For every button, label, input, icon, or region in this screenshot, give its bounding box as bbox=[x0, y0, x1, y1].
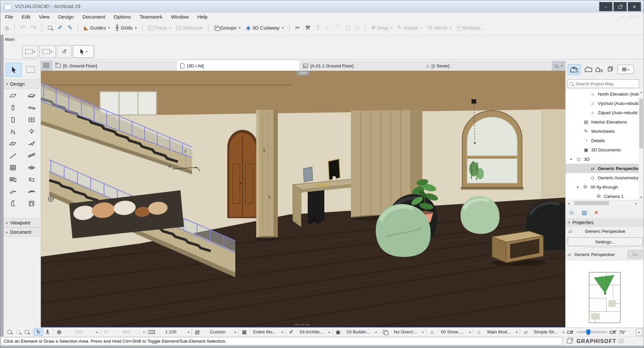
close-button[interactable]: ✕ bbox=[628, 2, 641, 11]
menu-window[interactable]: Window bbox=[171, 14, 188, 20]
beanbag-green-center[interactable] bbox=[376, 204, 431, 257]
inject-parameters-button[interactable]: ✎ bbox=[66, 24, 74, 32]
scroll-left-icon[interactable]: ◂ bbox=[566, 201, 571, 206]
tree-item-generic-axonometry[interactable]: ◇ Generic Axonometry bbox=[566, 173, 644, 182]
windows-stack-icon[interactable] bbox=[567, 339, 572, 343]
menu-edit[interactable]: Edit bbox=[22, 14, 30, 20]
graphic-override-selector[interactable]: No Overri...▸ bbox=[389, 329, 425, 334]
minimize-button[interactable]: – bbox=[599, 2, 612, 11]
3d-viewport[interactable]: z x bbox=[41, 71, 565, 327]
tree-item-camera-1[interactable]: ✇ Camera 1 bbox=[566, 192, 644, 200]
multiply-button[interactable]: Multiply... bbox=[456, 24, 485, 32]
orientation-button[interactable]: ↻ bbox=[102, 329, 110, 335]
settings-button[interactable]: Settings... bbox=[568, 237, 643, 246]
door[interactable] bbox=[227, 130, 258, 218]
beam-tool[interactable] bbox=[24, 103, 39, 113]
home-button[interactable]: ⌂ bbox=[4, 24, 10, 32]
explore-button[interactable]: ⊕ bbox=[55, 328, 63, 336]
menu-teamwork[interactable]: Teamwork bbox=[140, 14, 162, 20]
scroll-up-icon[interactable]: ▴ bbox=[639, 89, 644, 94]
toolbox-section-document[interactable]: ▸Document bbox=[4, 227, 44, 237]
trace-button[interactable]: Trace▾ bbox=[147, 24, 172, 32]
orbit-button[interactable]: ↻ bbox=[34, 328, 43, 336]
pen-set-selector[interactable]: 03 Archite...▸ bbox=[295, 329, 331, 334]
tree-caret-icon[interactable]: ▾ bbox=[577, 185, 580, 189]
view-settings-icon[interactable]: ▤ bbox=[582, 209, 587, 216]
layer-combination-selector[interactable]: Custom▸ bbox=[202, 329, 237, 334]
add-view-icon[interactable]: ⊕ bbox=[569, 209, 574, 217]
fillet-button[interactable]: ⌒ bbox=[333, 24, 341, 32]
leaning-board[interactable] bbox=[303, 167, 313, 182]
wall-tool[interactable] bbox=[6, 91, 20, 101]
tree-horizontal-scrollbar[interactable]: ◂ ▸ bbox=[566, 200, 639, 206]
resize-button[interactable]: ▢ bbox=[344, 24, 352, 32]
zoom-in-button[interactable] bbox=[22, 330, 31, 334]
find-select-button[interactable] bbox=[47, 25, 54, 31]
tree-item-00-fly-through[interactable]: ▾ ✇ 00 fly-through bbox=[566, 182, 644, 192]
doc-restore-icon[interactable]: □ bbox=[629, 14, 631, 19]
lamp-tool[interactable] bbox=[24, 127, 39, 136]
arrow-tool-button[interactable]: ▸ bbox=[73, 45, 94, 58]
layout-book-button[interactable] bbox=[594, 64, 604, 74]
zoom-forward-button[interactable] bbox=[14, 330, 22, 334]
mirror-button[interactable]: %Mirror▾ bbox=[427, 24, 453, 32]
view-map-button[interactable] bbox=[584, 64, 593, 74]
structure-display-selector[interactable]: Main Mod...▸ bbox=[483, 329, 518, 334]
arched-window[interactable] bbox=[461, 111, 523, 190]
model-view-selector[interactable]: 03 Buildin...▸ bbox=[343, 329, 378, 334]
curtain-wall-tool[interactable] bbox=[6, 163, 20, 172]
redo-button[interactable]: ↷ bbox=[30, 24, 38, 32]
viewport-grip-top[interactable] bbox=[297, 71, 309, 76]
tree-caret-icon[interactable]: ▾ bbox=[570, 157, 574, 161]
scale-selector[interactable]: 1:100▸ bbox=[155, 329, 190, 334]
morph-tool[interactable] bbox=[6, 187, 20, 196]
pick-up-parameters-button[interactable]: ✐ bbox=[56, 24, 63, 32]
arrow-tool[interactable] bbox=[6, 63, 22, 77]
mesh-tool[interactable] bbox=[24, 163, 39, 172]
column[interactable] bbox=[254, 110, 279, 241]
undo-button[interactable]: ↶ bbox=[19, 24, 27, 32]
column-tool[interactable] bbox=[6, 103, 20, 113]
fov-slider[interactable] bbox=[577, 331, 607, 333]
curved-shell-tool[interactable] bbox=[6, 199, 20, 208]
search-box[interactable] bbox=[568, 79, 639, 88]
menu-view[interactable]: View bbox=[39, 14, 50, 20]
tab-3d-all[interactable]: [3D / All] ✕ bbox=[177, 61, 306, 71]
freeform-mesh-tool[interactable] bbox=[24, 187, 39, 196]
renovation-filter-selector[interactable]: Entire Mo...▸ bbox=[249, 329, 284, 334]
tree-item-north-elevation[interactable]: ⌂ North Elevation (Inde bbox=[566, 89, 644, 99]
doc-minimize-icon[interactable]: – bbox=[621, 14, 624, 19]
navigator-menu-button[interactable]: ▸ bbox=[617, 65, 634, 74]
stair-tool[interactable] bbox=[6, 151, 20, 160]
document-window-controls[interactable]: – □ × bbox=[621, 14, 638, 19]
tree-item-3d-documents[interactable]: ▣ 3D Documents bbox=[566, 145, 644, 154]
railing-tool[interactable] bbox=[24, 151, 39, 160]
properties-header[interactable]: ▾ Properties bbox=[566, 218, 644, 227]
publisher-button[interactable] bbox=[605, 64, 615, 74]
go-button[interactable]: Go bbox=[628, 250, 642, 259]
orientation-selector[interactable]: N/A▸ bbox=[110, 329, 146, 334]
slab-tool[interactable] bbox=[24, 91, 39, 101]
shadow-mode-selector[interactable]: Simple Sh...▸ bbox=[530, 329, 565, 334]
guides-button[interactable]: ◣Guides▾ bbox=[83, 24, 111, 32]
menu-document[interactable]: Document bbox=[82, 14, 105, 20]
adjust-button[interactable]: ⚒ bbox=[304, 24, 311, 32]
grids-button[interactable]: ╫Grids▾ bbox=[114, 24, 138, 32]
tab-ground-floor[interactable]: [0. Ground Floor] bbox=[52, 61, 184, 71]
elevate-button[interactable]: ↥ bbox=[314, 24, 322, 32]
tab-list-dropdown-icon[interactable]: ▾ bbox=[561, 64, 563, 67]
graphisoft-id[interactable]: GRAPHISOFTID bbox=[567, 338, 624, 344]
3d-cutaway-button[interactable]: ◈3D Cutaway▾ bbox=[245, 24, 285, 32]
delete-icon[interactable]: ✕ bbox=[594, 210, 598, 216]
project-map-button[interactable] bbox=[568, 64, 580, 75]
coffee-table[interactable] bbox=[491, 231, 546, 266]
hscrollbar-thumb[interactable] bbox=[574, 201, 609, 205]
toolbox-section-design[interactable]: ▾Design bbox=[4, 79, 44, 89]
intersect-button[interactable]: ⌐ bbox=[324, 24, 330, 32]
tree-item-worksheets[interactable]: ✎ Worksheets bbox=[566, 127, 644, 136]
tab-list-icon[interactable]: ⌂≡ bbox=[554, 62, 559, 69]
shell-tool[interactable] bbox=[24, 139, 39, 148]
expand-options-button[interactable]: ▸ bbox=[636, 328, 642, 336]
zoom-back-button[interactable] bbox=[5, 330, 14, 334]
opening-tool[interactable] bbox=[24, 175, 39, 184]
